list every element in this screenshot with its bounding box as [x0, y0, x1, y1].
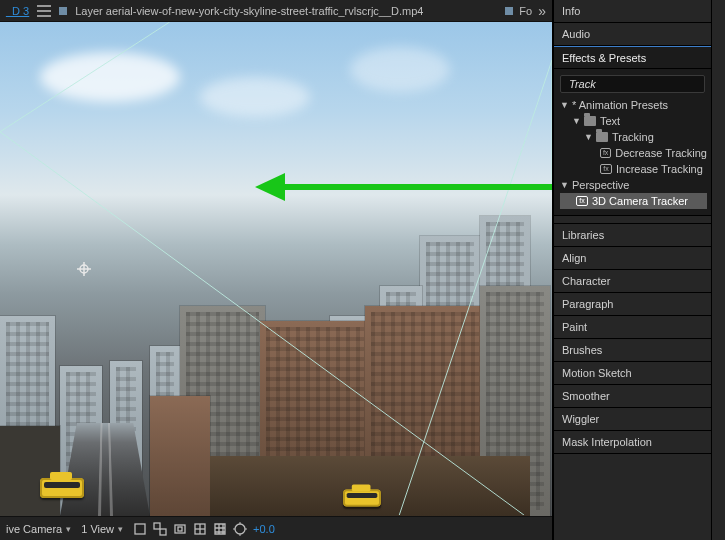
panel-effects-presets[interactable]: Effects & Presets: [554, 46, 711, 69]
folder-icon: [584, 116, 596, 126]
layer-tab-label[interactable]: Layer aerial-view-of-new-york-city-skyli…: [75, 5, 423, 17]
panel-info[interactable]: Info: [554, 0, 711, 23]
toggle-transparency-icon[interactable]: [153, 522, 167, 536]
effects-search[interactable]: [560, 75, 705, 93]
tree-row-increase-tracking[interactable]: fx Increase Tracking: [560, 161, 707, 177]
side-panel-stack: Info Audio Effects & Presets ▼ * Animati…: [553, 0, 711, 540]
svg-rect-10: [154, 523, 160, 529]
svg-rect-13: [178, 527, 182, 531]
exposure-icon[interactable]: [233, 522, 247, 536]
svg-rect-9: [135, 524, 145, 534]
view-count-dropdown[interactable]: 1 View▾: [81, 523, 123, 535]
collapsed-panel-rail[interactable]: [711, 0, 725, 540]
svg-rect-12: [175, 525, 185, 533]
effects-presets-body: ▼ * Animation Presets ▼ Text ▼ Tracking …: [554, 69, 711, 216]
panel-motion-sketch[interactable]: Motion Sketch: [554, 362, 711, 385]
tree-row-tracking[interactable]: ▼ Tracking: [560, 129, 707, 145]
panel-audio[interactable]: Audio: [554, 23, 711, 46]
tree-row-3d-camera-tracker[interactable]: fx 3D Camera Tracker: [560, 193, 707, 209]
panel-character[interactable]: Character: [554, 270, 711, 293]
layer-color-swatch: [59, 7, 67, 15]
preset-icon: fx: [600, 148, 611, 158]
region-of-interest-icon[interactable]: [193, 522, 207, 536]
panel-paint[interactable]: Paint: [554, 316, 711, 339]
layer-tab-label-2[interactable]: Fo: [519, 5, 532, 17]
preset-icon: fx: [600, 164, 612, 174]
effects-tree: ▼ * Animation Presets ▼ Text ▼ Tracking …: [554, 97, 711, 209]
grid-guides-icon[interactable]: [213, 522, 227, 536]
tab-comp-d3[interactable]: _D 3: [6, 5, 29, 17]
panel-menu-icon[interactable]: [37, 5, 51, 17]
panel-align[interactable]: Align: [554, 247, 711, 270]
overflow-chevron-icon[interactable]: »: [538, 3, 546, 19]
effect-icon: fx: [576, 196, 588, 206]
toggle-mask-icon[interactable]: [173, 522, 187, 536]
tree-row-text[interactable]: ▼ Text: [560, 113, 707, 129]
panel-brushes[interactable]: Brushes: [554, 339, 711, 362]
viewer-bottom-toolbar: ive Camera▾ 1 View▾ +0.0: [0, 516, 552, 540]
main-column: _D 3 Layer aerial-view-of-new-york-city-…: [0, 0, 553, 540]
disclosure-triangle-icon[interactable]: ▼: [560, 100, 568, 110]
tree-row-perspective[interactable]: ▼ Perspective: [560, 177, 707, 193]
tree-row-animation-presets[interactable]: ▼ * Animation Presets: [560, 97, 707, 113]
toggle-pixel-aspect-icon[interactable]: [133, 522, 147, 536]
composition-tabbar: _D 3 Layer aerial-view-of-new-york-city-…: [0, 0, 552, 22]
tree-row-decrease-tracking[interactable]: fx Decrease Tracking: [560, 145, 707, 161]
panel-mask-interpolation[interactable]: Mask Interpolation: [554, 431, 711, 454]
disclosure-triangle-icon[interactable]: ▼: [560, 180, 568, 190]
svg-point-17: [235, 524, 245, 534]
layer-color-swatch: [505, 7, 513, 15]
panel-libraries[interactable]: Libraries: [554, 224, 711, 247]
camera-dropdown[interactable]: ive Camera▾: [6, 523, 71, 535]
disclosure-triangle-icon[interactable]: ▼: [572, 116, 580, 126]
composition-viewport[interactable]: [0, 22, 552, 516]
panel-wiggler[interactable]: Wiggler: [554, 408, 711, 431]
svg-rect-11: [160, 529, 166, 535]
folder-icon: [596, 132, 608, 142]
disclosure-triangle-icon[interactable]: ▼: [584, 132, 592, 142]
exposure-value[interactable]: +0.0: [253, 523, 275, 535]
panel-smoother[interactable]: Smoother: [554, 385, 711, 408]
panel-paragraph[interactable]: Paragraph: [554, 293, 711, 316]
effects-search-input[interactable]: [569, 78, 708, 90]
anchor-point-icon[interactable]: [77, 262, 91, 276]
